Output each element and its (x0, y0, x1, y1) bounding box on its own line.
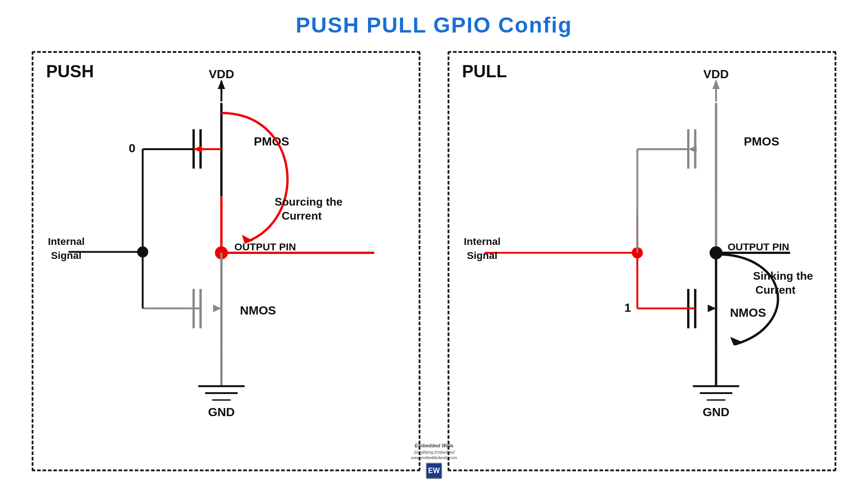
svg-marker-16 (213, 305, 221, 312)
push-label: PUSH (46, 62, 94, 81)
page-title: PUSH PULL GPIO Config (0, 0, 868, 38)
pull-vdd-label: VDD (703, 67, 729, 81)
pull-sink-label: Sinking the (753, 270, 813, 282)
pull-signal-label: Internal (464, 236, 500, 247)
pull-gnd-label: GND (703, 405, 729, 419)
push-vdd-label: VDD (209, 67, 234, 81)
push-gnd-label: GND (208, 405, 235, 419)
svg-text:Signal: Signal (467, 250, 498, 261)
svg-text:Signal: Signal (51, 250, 82, 261)
push-signal-label: Internal (48, 236, 85, 247)
watermark-line3: www.embeddedwala.com (222, 455, 646, 461)
push-diagram-box: PUSH VDD PMOS 0 (32, 51, 420, 471)
watermark-line1: Embedded Wala (222, 442, 646, 449)
svg-marker-25 (712, 80, 720, 89)
pull-label: PULL (462, 62, 507, 81)
push-gate-0: 0 (129, 141, 136, 155)
diagrams-container: PUSH VDD PMOS 0 (0, 38, 868, 480)
svg-text:Current: Current (282, 210, 322, 222)
svg-marker-1 (218, 80, 225, 89)
pull-svg: VDD PMOS OUTPUT PIN Sinking (449, 53, 835, 469)
pull-output-label: OUTPUT PIN (728, 241, 789, 253)
pull-nmos-label: NMOS (730, 306, 766, 319)
pull-gate-1: 1 (624, 301, 631, 314)
watermark: Embedded Wala Simplifying Embedded www.e… (222, 442, 646, 479)
pull-pmos-label: PMOS (744, 135, 779, 148)
push-output-label: OUTPUT PIN (234, 241, 296, 253)
svg-marker-30 (688, 145, 696, 153)
push-source-label: Sourcing the (275, 196, 343, 208)
ew-badge: EW (426, 463, 442, 479)
watermark-text: Embedded Wala Simplifying Embedded www.e… (222, 442, 646, 461)
watermark-line2: Simplifying Embedded (222, 450, 646, 455)
svg-marker-39 (728, 337, 742, 347)
push-pmos-label: PMOS (254, 135, 289, 148)
pull-diagram-box: PULL VDD PMOS OUTPUT PIN (448, 51, 836, 471)
push-nmos-label: NMOS (240, 304, 276, 317)
push-svg: VDD PMOS 0 (33, 53, 419, 469)
svg-marker-38 (708, 305, 716, 312)
